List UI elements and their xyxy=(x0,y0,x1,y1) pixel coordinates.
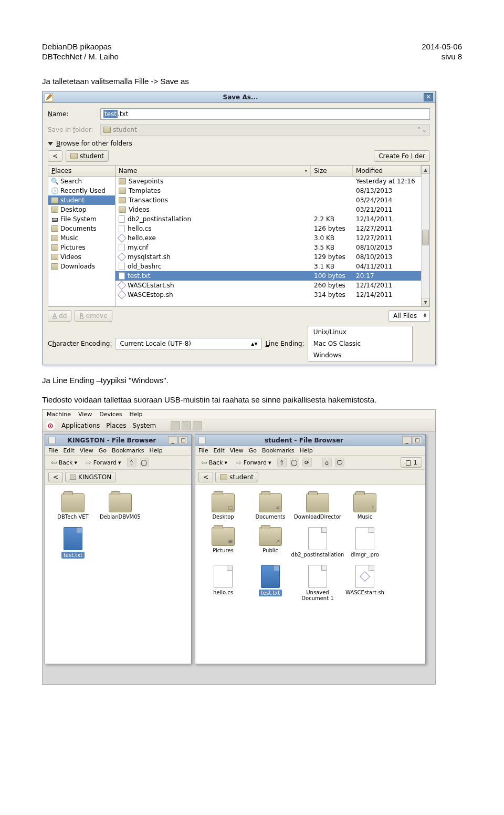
path-back[interactable]: < xyxy=(48,472,63,482)
dialog-titlebar[interactable]: Save As... ✕ xyxy=(43,91,435,103)
fb-menu-item[interactable]: Bookmarks xyxy=(112,447,144,454)
scroll-track[interactable] xyxy=(422,174,429,298)
zoom-indicator[interactable]: □ 1 xyxy=(401,457,422,468)
back-button[interactable]: ⇦Back ▾ xyxy=(48,457,80,468)
file-row[interactable]: SavepointsYesterday at 12:16 xyxy=(116,177,421,186)
fb-menu-item[interactable]: Edit xyxy=(63,447,74,454)
file-row[interactable]: WASCEstop.sh314 bytes12/14/2011 xyxy=(116,290,421,300)
places-item[interactable]: 🔍Search xyxy=(48,177,115,186)
places-item[interactable]: Documents xyxy=(48,224,115,233)
kingston-content[interactable]: DBTech VETDebianDBVM05test.txt xyxy=(45,485,191,664)
fb-menu-item[interactable]: Help xyxy=(150,447,163,454)
fb-menu-item[interactable]: Go xyxy=(249,447,257,454)
col-size-header[interactable]: Size xyxy=(311,166,353,176)
places-item[interactable]: student xyxy=(48,195,115,205)
fb-item[interactable]: hello.cs xyxy=(200,563,247,603)
file-row[interactable]: hello.exe3.0 KB12/27/2011 xyxy=(116,233,421,243)
path-back-button[interactable]: < xyxy=(48,150,62,162)
file-row[interactable]: db2_postinstallation2.2 KB12/14/2011 xyxy=(116,214,421,224)
file-row[interactable]: my.cnf3.5 KB08/10/2013 xyxy=(116,243,421,252)
fb-item[interactable]: ▣Pictures xyxy=(200,525,247,560)
line-ending-select[interactable]: Unix/LinuxMac OS ClassicWindows xyxy=(308,326,413,362)
places-item[interactable]: 🕓Recently Used xyxy=(48,186,115,195)
vm-menu-item[interactable]: Machine xyxy=(47,411,71,418)
places-item[interactable]: Music xyxy=(48,233,115,243)
fb-menu-item[interactable]: Go xyxy=(99,447,107,454)
places-header[interactable]: Places xyxy=(48,166,115,177)
places-item[interactable]: Downloads xyxy=(48,262,115,271)
path-back[interactable]: < xyxy=(198,472,213,482)
fb-item[interactable]: DebianDBVM05 xyxy=(97,491,144,522)
up-button[interactable]: ⇧ xyxy=(127,458,136,467)
create-folder-button[interactable]: Create Folder xyxy=(374,150,430,162)
line-ending-option[interactable]: Unix/Linux xyxy=(308,326,412,338)
panel-icon[interactable] xyxy=(182,421,191,430)
vertical-scrollbar[interactable]: ▲ ▼ xyxy=(421,166,429,306)
places-item[interactable]: Desktop xyxy=(48,205,115,214)
file-row[interactable]: Transactions03/24/2014 xyxy=(116,195,421,205)
path-student[interactable]: student xyxy=(215,472,258,482)
path-kingston[interactable]: KINGSTON xyxy=(65,472,116,482)
col-modified-header[interactable]: Modified xyxy=(353,166,421,176)
kingston-titlebar[interactable]: KINGSTON - File Browser _ □ xyxy=(45,435,191,446)
fb-item[interactable]: Unsaved Document 1 xyxy=(294,563,341,603)
minimize-button[interactable]: _ xyxy=(168,436,177,444)
scroll-down-button[interactable]: ▼ xyxy=(422,298,429,306)
fb-item[interactable]: DownloadDirector xyxy=(294,491,341,522)
up-button[interactable]: ⇧ xyxy=(277,458,287,467)
file-row[interactable]: test.txt100 bytes20:17 xyxy=(116,271,421,281)
panel-menu-item[interactable]: Places xyxy=(106,422,126,429)
fb-item[interactable]: test.txt xyxy=(49,525,97,561)
files-header[interactable]: Name▾ Size Modified xyxy=(116,166,421,177)
fb-menu-item[interactable]: Edit xyxy=(213,447,224,454)
minimize-button[interactable]: _ xyxy=(402,436,412,444)
vm-menu-item[interactable]: View xyxy=(78,411,92,418)
vm-menu-item[interactable]: Devices xyxy=(99,411,122,418)
scroll-thumb[interactable] xyxy=(422,230,429,245)
line-ending-option[interactable]: Windows xyxy=(308,349,412,361)
fb-item[interactable]: WASCEstart.sh xyxy=(341,563,388,603)
places-item[interactable]: Videos xyxy=(48,252,115,262)
line-ending-option[interactable]: Mac OS Classic xyxy=(308,338,412,349)
maximize-button[interactable]: □ xyxy=(413,436,422,444)
path-segment-student[interactable]: student xyxy=(66,150,109,162)
fb-item[interactable]: ♪Music xyxy=(341,491,388,522)
scroll-up-button[interactable]: ▲ xyxy=(422,166,429,174)
panel-menu-item[interactable]: System xyxy=(132,422,156,429)
computer-button[interactable]: 🖵 xyxy=(335,458,344,467)
back-button[interactable]: ⇦Back ▾ xyxy=(198,457,230,468)
fb-menu-item[interactable]: View xyxy=(230,447,244,454)
fb-menu-item[interactable]: View xyxy=(80,447,93,454)
fb-item[interactable]: ↗Public xyxy=(247,525,294,560)
places-item[interactable]: 🖴File System xyxy=(48,214,115,224)
student-titlebar[interactable]: student - File Browser _ □ xyxy=(195,435,425,446)
file-row[interactable]: Templates08/13/2013 xyxy=(116,186,421,195)
vm-menu-item[interactable]: Help xyxy=(130,411,143,418)
close-button[interactable]: ✕ xyxy=(424,93,433,101)
student-menubar[interactable]: FileEditViewGoBookmarksHelp xyxy=(195,446,425,456)
fb-item[interactable]: dlmgr_.pro xyxy=(341,525,388,560)
fb-menu-item[interactable]: Help xyxy=(300,447,313,454)
fb-item[interactable]: db2_postinstallation xyxy=(294,525,341,560)
char-encoding-select[interactable]: Current Locale (UTF-8) ▴▾ xyxy=(115,338,262,349)
fb-item[interactable]: □Desktop xyxy=(200,491,247,522)
browse-toggle[interactable]: Browse for other folders xyxy=(48,140,430,147)
fb-menu-item[interactable]: File xyxy=(198,447,208,454)
fb-item[interactable]: DBTech VET xyxy=(49,491,97,522)
file-row[interactable]: Videos03/21/2011 xyxy=(116,205,421,214)
fb-menu-item[interactable]: File xyxy=(48,447,58,454)
file-row[interactable]: hello.cs126 bytes12/27/2011 xyxy=(116,224,421,233)
name-input[interactable]: test.txt xyxy=(100,108,430,120)
file-row[interactable]: mysqlstart.sh129 bytes08/10/2013 xyxy=(116,252,421,262)
home-button[interactable]: ⌂ xyxy=(322,458,332,467)
kingston-menubar[interactable]: FileEditViewGoBookmarksHelp xyxy=(45,446,191,456)
fb-item[interactable]: ≡Documents xyxy=(247,491,294,522)
col-name-header[interactable]: Name▾ xyxy=(116,166,311,176)
panel-icon[interactable] xyxy=(193,421,202,430)
file-type-filter[interactable]: All Files ▴▾ xyxy=(388,310,430,322)
student-content[interactable]: □Desktop≡DocumentsDownloadDirector♪Music… xyxy=(195,485,425,664)
fb-item[interactable]: test.txt xyxy=(247,563,294,603)
fb-menu-item[interactable]: Bookmarks xyxy=(262,447,294,454)
panel-icon[interactable] xyxy=(171,421,180,430)
file-row[interactable]: old_bashrc3.1 KB04/11/2011 xyxy=(116,262,421,271)
